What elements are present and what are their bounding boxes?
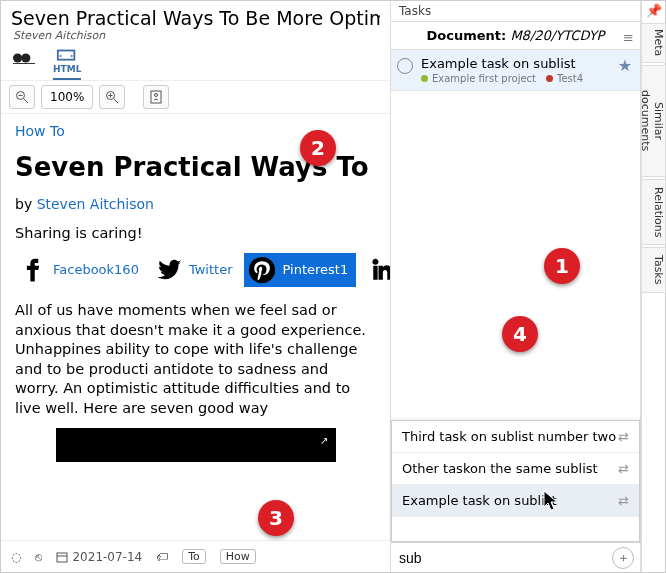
doc-ref-label: Document: xyxy=(427,28,507,43)
byline-prefix: by xyxy=(15,196,37,212)
svg-point-6 xyxy=(155,94,158,97)
sidetab-strip: 📌 Meta Similar documents Relations Tasks xyxy=(641,1,665,572)
suggestion-empty-row xyxy=(392,517,639,541)
sharing-line: Sharing is caring! xyxy=(15,224,376,244)
article-body: How To Seven Practical Ways To Be M by S… xyxy=(1,114,390,540)
document-pane: Seven Practical Ways To Be More Optimis … xyxy=(1,1,391,572)
project-dot-icon xyxy=(546,75,553,82)
suggestion-item[interactable]: Other taskon the same sublist ⇄ xyxy=(392,453,639,485)
task-title: Example task on sublist xyxy=(421,56,610,71)
suggestion-item[interactable]: Example task on sublist ⇄ xyxy=(392,485,639,517)
author-link[interactable]: Steven Aitchison xyxy=(37,196,154,212)
reader-mode-button[interactable] xyxy=(143,85,169,109)
view-html-label: HTML xyxy=(53,64,81,74)
category-link[interactable]: How To xyxy=(15,123,65,139)
share-twitter[interactable]: Twitter xyxy=(151,253,237,287)
tag-chip[interactable]: To xyxy=(182,549,206,564)
tasks-menu-icon[interactable]: ≡ xyxy=(623,30,634,45)
zoom-in-button[interactable] xyxy=(99,85,125,109)
social-row: Facebook160 Twitter Pinterest1 Lir xyxy=(15,253,376,287)
tag-icon[interactable]: 🏷 xyxy=(156,550,168,564)
doc-ref-id: M8/20/YTCDYP xyxy=(510,28,604,43)
sidetab-tasks[interactable]: Tasks xyxy=(642,247,666,293)
sidetab-relations[interactable]: Relations xyxy=(642,179,666,245)
zoom-level[interactable]: 100% xyxy=(41,85,93,109)
project-label: Example first project xyxy=(432,73,536,84)
new-task-input[interactable] xyxy=(397,549,612,567)
pin-icon[interactable]: 📌 xyxy=(646,3,662,18)
project-dot-icon xyxy=(421,75,428,82)
suggestion-item[interactable]: Third task on sublist number two ⇄ xyxy=(392,421,639,453)
task-checkbox[interactable] xyxy=(397,58,413,74)
task-project: Test4 xyxy=(546,73,583,84)
svg-point-1 xyxy=(21,53,30,62)
tag-chip[interactable]: How xyxy=(220,549,256,564)
svg-rect-2 xyxy=(58,51,75,60)
zoom-out-button[interactable] xyxy=(9,85,35,109)
suggestion-label: Example task on sublist xyxy=(402,493,557,508)
byline: by Steven Aitchison xyxy=(15,195,376,214)
link-task-icon[interactable]: ⇄ xyxy=(618,493,629,508)
window-title: Seven Practical Ways To Be More Optimis xyxy=(11,7,380,29)
calendar-icon xyxy=(56,551,68,563)
tasks-doc-ref: Document: M8/20/YTCDYP ≡ xyxy=(391,22,640,50)
view-switch: HTML xyxy=(1,42,390,81)
link-task-icon[interactable]: ⇄ xyxy=(618,429,629,444)
tasks-header: Tasks xyxy=(391,1,640,22)
sidetab-similar-documents[interactable]: Similar documents xyxy=(642,65,666,177)
status-icon[interactable]: ◌ xyxy=(11,550,21,564)
view-world-button[interactable] xyxy=(13,50,35,80)
share-pinterest-label: Pinterest1 xyxy=(282,261,348,279)
svg-point-0 xyxy=(13,53,22,62)
star-icon[interactable]: ★ xyxy=(618,56,632,75)
suggestion-label: Third task on sublist number two xyxy=(402,429,616,444)
svg-rect-8 xyxy=(57,553,67,562)
link-task-icon[interactable]: ⇄ xyxy=(618,461,629,476)
svg-point-7 xyxy=(249,257,275,283)
share-pinterest[interactable]: Pinterest1 xyxy=(244,253,356,287)
doc-titlebar: Seven Practical Ways To Be More Optimis … xyxy=(1,1,390,42)
task-project: Example first project xyxy=(421,73,536,84)
date-field[interactable]: 2021-07-14 xyxy=(56,550,142,564)
project-label: Test4 xyxy=(557,73,583,84)
embedded-video[interactable]: ↗ xyxy=(56,428,336,462)
add-task-button[interactable]: ＋ xyxy=(612,547,634,569)
share-linkedin[interactable]: Lir xyxy=(364,253,390,287)
tasks-panel: Tasks Document: M8/20/YTCDYP ≡ Example t… xyxy=(391,1,641,572)
article-heading: Seven Practical Ways To Be M xyxy=(15,150,376,185)
view-html-button[interactable]: HTML xyxy=(53,48,81,80)
suggestion-label: Other taskon the same sublist xyxy=(402,461,598,476)
sidetab-meta[interactable]: Meta xyxy=(642,23,666,63)
task-suggestions: Third task on sublist number two ⇄ Other… xyxy=(391,420,640,542)
view-toolbar: 100% xyxy=(1,81,390,114)
video-logo-icon: ↗ xyxy=(320,434,328,448)
article-paragraph: All of us have moments when we feel sad … xyxy=(15,301,376,418)
task-input-row: ＋ xyxy=(391,542,640,572)
location-icon[interactable]: ⎋ xyxy=(35,550,42,564)
doc-footer: ◌ ⎋ 2021-07-14 🏷 To How xyxy=(1,540,390,572)
window-subtitle: Steven Aitchison xyxy=(11,29,380,42)
date-value: 2021-07-14 xyxy=(72,550,142,564)
share-facebook-label: Facebook160 xyxy=(53,261,139,279)
share-facebook[interactable]: Facebook160 xyxy=(15,253,143,287)
task-item[interactable]: Example task on sublist Example first pr… xyxy=(391,50,640,91)
share-twitter-label: Twitter xyxy=(189,261,233,279)
